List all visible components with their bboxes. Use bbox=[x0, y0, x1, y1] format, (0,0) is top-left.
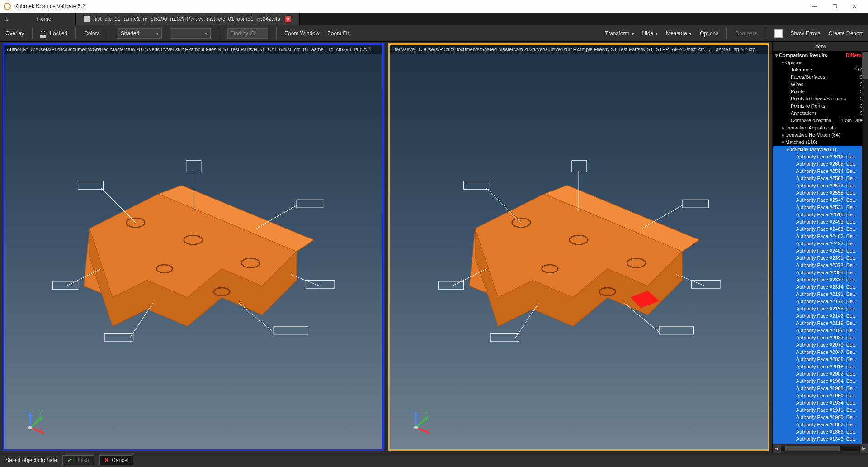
tree-row[interactable]: Authority Face #2178, De... bbox=[773, 298, 868, 305]
tree-row[interactable]: Authority Face #2083, De... bbox=[773, 334, 868, 341]
tree-row[interactable]: Authority Face #2616, De... bbox=[773, 153, 868, 160]
tab-home[interactable]: Home bbox=[13, 13, 76, 25]
colors-button[interactable]: Colors bbox=[84, 30, 100, 37]
scrollbar-thumb[interactable] bbox=[862, 52, 868, 79]
tree-row[interactable]: ▸Derivative No Match (34) bbox=[773, 131, 868, 138]
tree-row[interactable]: Authority Face #2483, De... bbox=[773, 225, 868, 233]
overlay-button[interactable]: Overlay bbox=[5, 30, 24, 37]
secondary-dropdown[interactable] bbox=[170, 28, 211, 39]
tree-row[interactable]: Authority Face #2191, De... bbox=[773, 291, 868, 298]
viewport-derivative-header: Derivative: C:/Users/Public/Documents/Sh… bbox=[390, 45, 768, 54]
tree-row-label: Points to Points bbox=[791, 103, 860, 109]
tree-row[interactable]: Faces/SurfacesOn bbox=[773, 73, 868, 81]
home-icon-button[interactable]: ⌂ bbox=[0, 13, 13, 25]
zoom-fit-button[interactable]: Zoom Fit bbox=[327, 30, 349, 37]
finish-button[interactable]: ✔ Finish bbox=[62, 455, 94, 465]
tree-row[interactable]: Authority Face #2119, De... bbox=[773, 319, 868, 327]
results-vertical-scrollbar[interactable] bbox=[862, 52, 868, 444]
tree-row[interactable]: Authority Face #1911, De... bbox=[773, 406, 868, 414]
scroll-right-button[interactable]: ► bbox=[860, 444, 868, 453]
tree-row[interactable]: Authority Face #1950, De... bbox=[773, 392, 868, 399]
tree-row[interactable]: Authority Face #1866, De... bbox=[773, 428, 868, 435]
tree-row[interactable]: Authority Face #2499, De... bbox=[773, 218, 868, 225]
locked-toggle[interactable]: Locked bbox=[41, 30, 67, 37]
tree-row-label: Options bbox=[785, 59, 866, 66]
tree-row[interactable]: Authority Face #2391, De... bbox=[773, 254, 868, 262]
tree-row[interactable]: Points to Faces/SurfacesOff bbox=[773, 95, 868, 102]
tree-row[interactable]: Authority Face #2594, De... bbox=[773, 167, 868, 175]
viewport-derivative-body[interactable]: x y z bbox=[390, 54, 768, 449]
tree-row[interactable]: Authority Face #2558, De... bbox=[773, 189, 868, 196]
results-tree-scroll[interactable]: ▾Comparison ResultsDifferent▾OptionsTole… bbox=[773, 52, 868, 444]
tab-close-button[interactable]: ✕ bbox=[285, 16, 291, 22]
tree-row[interactable]: ▸Partially Matched (1) bbox=[773, 146, 868, 153]
tree-row[interactable]: WiresOff bbox=[773, 81, 868, 88]
tree-row[interactable]: Authority Face #2002, De... bbox=[773, 370, 868, 377]
tree-row[interactable]: Authority Face #1830 De bbox=[773, 443, 868, 444]
tree-row[interactable]: Authority Face #2018, De... bbox=[773, 363, 868, 370]
axis-z-label: z bbox=[410, 408, 413, 413]
scroll-track[interactable] bbox=[781, 446, 860, 451]
tree-row[interactable]: Authority Face #2572, De... bbox=[773, 182, 868, 189]
tree-row-label: Authority Face #2515, De... bbox=[796, 211, 866, 218]
tree-row[interactable]: ▾Options bbox=[773, 59, 868, 66]
compare-button[interactable]: Compare bbox=[735, 30, 757, 37]
tree-row[interactable]: Authority Face #1934, De... bbox=[773, 399, 868, 406]
find-by-id-input[interactable]: Find by ID bbox=[227, 28, 268, 39]
tree-row[interactable]: Authority Face #2373, De... bbox=[773, 262, 868, 269]
transform-menu[interactable]: Transform▾ bbox=[605, 30, 634, 37]
tree-row[interactable]: Authority Face #2355, De... bbox=[773, 269, 868, 276]
tree-row[interactable]: ▸Derivative Adjustments bbox=[773, 124, 868, 131]
tree-row-label: Authority Face #2070, De... bbox=[796, 342, 866, 348]
create-report-button[interactable]: Create Report bbox=[829, 30, 863, 37]
scrollbar-thumb[interactable] bbox=[785, 446, 840, 451]
tree-row[interactable]: Tolerance0.001 bbox=[773, 66, 868, 73]
tree-row[interactable]: Authority Face #2462, De... bbox=[773, 233, 868, 240]
tab-comparison[interactable]: nist_ctc_01_asme1_rd_ct5290_ra.CATPart v… bbox=[76, 13, 300, 25]
window-close-button[interactable]: ✕ bbox=[844, 0, 864, 13]
measure-menu[interactable]: Measure▾ bbox=[666, 30, 692, 37]
tree-row[interactable]: Authority Face #2070, De... bbox=[773, 341, 868, 348]
tree-row[interactable]: Authority Face #2515, De... bbox=[773, 211, 868, 218]
tree-row[interactable]: Authority Face #2605, De... bbox=[773, 160, 868, 167]
show-errors-button[interactable]: Show Errors bbox=[791, 30, 821, 37]
tree-arrow-icon: ▾ bbox=[781, 59, 785, 66]
tree-row[interactable]: Authority Face #2047, De... bbox=[773, 348, 868, 356]
scroll-left-button[interactable]: ◄ bbox=[773, 444, 781, 453]
tree-row[interactable]: Authority Face #2314, De... bbox=[773, 283, 868, 291]
tree-row[interactable]: PointsOff bbox=[773, 88, 868, 95]
tree-row[interactable]: Authority Face #2547, De... bbox=[773, 196, 868, 204]
tree-row[interactable]: Authority Face #2583, De... bbox=[773, 175, 868, 182]
viewport-derivative[interactable]: Derivative: C:/Users/Public/Documents/Sh… bbox=[388, 43, 769, 451]
tree-row[interactable]: Authority Face #1968, De... bbox=[773, 385, 868, 392]
tree-row[interactable]: Authority Face #1843, De... bbox=[773, 435, 868, 443]
tree-row[interactable]: Points to PointsOff bbox=[773, 102, 868, 110]
shading-dropdown[interactable]: Shaded bbox=[117, 28, 162, 39]
tree-row[interactable]: Authority Face #2409, De... bbox=[773, 247, 868, 254]
viewport-authority[interactable]: Authority: C:/Users/Public/Documents/Sha… bbox=[3, 43, 384, 451]
tree-row[interactable]: Authority Face #2155, De... bbox=[773, 305, 868, 312]
tree-row[interactable]: Authority Face #2106, De... bbox=[773, 327, 868, 334]
tree-row[interactable]: Authority Face #1984, De... bbox=[773, 377, 868, 385]
window-maximize-button[interactable]: ☐ bbox=[825, 0, 844, 13]
hide-menu[interactable]: Hide▾ bbox=[642, 30, 658, 37]
tree-row-label: Authority Face #2558, De... bbox=[796, 190, 866, 196]
tree-row[interactable]: ▾Comparison ResultsDifferent bbox=[773, 52, 868, 59]
window-minimize-button[interactable]: — bbox=[805, 0, 825, 13]
results-horizontal-scrollbar[interactable]: ◄ ► bbox=[773, 444, 868, 453]
tree-row[interactable]: Authority Face #2142, De... bbox=[773, 312, 868, 319]
cancel-button[interactable]: ✖ Cancel bbox=[99, 455, 133, 465]
tree-row[interactable]: Authority Face #2337, De... bbox=[773, 276, 868, 283]
zoom-window-button[interactable]: Zoom Window bbox=[285, 30, 320, 37]
tree-row[interactable]: Authority Face #1900, De... bbox=[773, 414, 868, 421]
error-color-swatch[interactable] bbox=[774, 29, 783, 38]
tree-row[interactable]: Authority Face #2036, De... bbox=[773, 356, 868, 363]
tree-row[interactable]: Authority Face #2422, De... bbox=[773, 240, 868, 247]
tree-row[interactable]: Authority Face #2531, De... bbox=[773, 204, 868, 211]
options-button[interactable]: Options bbox=[700, 30, 718, 37]
tree-row[interactable]: Compare directionBoth Direct bbox=[773, 117, 868, 124]
tree-row[interactable]: ▾Matched (116) bbox=[773, 138, 868, 146]
tree-row[interactable]: Authority Face #1882, De... bbox=[773, 421, 868, 428]
tree-row[interactable]: AnnotationsOff bbox=[773, 110, 868, 117]
viewport-authority-body[interactable]: x y z bbox=[4, 54, 382, 449]
